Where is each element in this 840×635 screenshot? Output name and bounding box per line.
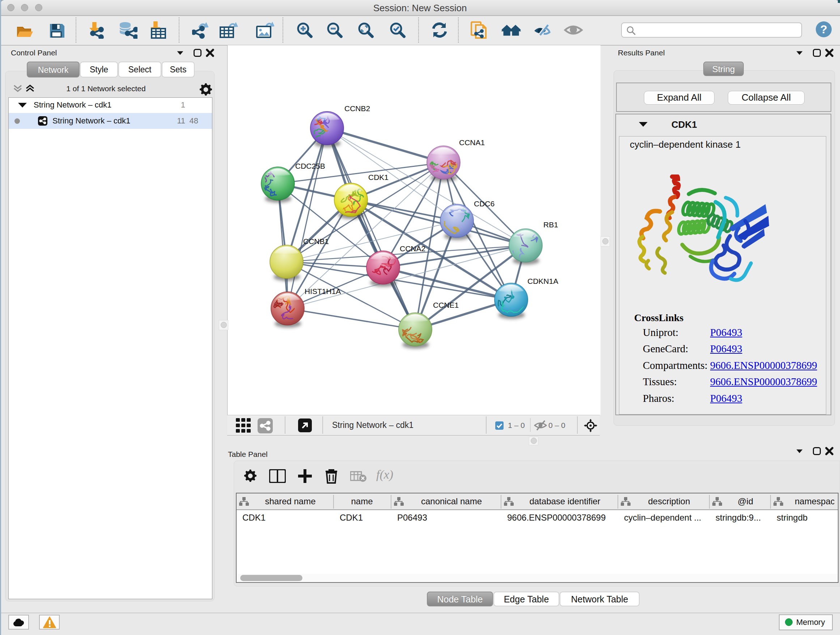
svg-text:CDC6: CDC6: [474, 200, 494, 208]
svg-text:CCNA1: CCNA1: [459, 138, 485, 147]
svg-text:CDKN1A: CDKN1A: [527, 277, 558, 285]
svg-text:CCNE1: CCNE1: [433, 301, 459, 309]
svg-text:CDK1: CDK1: [368, 173, 388, 181]
svg-text:?: ?: [820, 23, 827, 36]
svg-text:RB1: RB1: [543, 220, 558, 229]
svg-text:CCNB1: CCNB1: [303, 237, 329, 245]
svg-text:CDC25B: CDC25B: [295, 162, 325, 170]
svg-text:CCNA2: CCNA2: [400, 244, 425, 253]
svg-text:HIST1H1A: HIST1H1A: [305, 287, 341, 295]
svg-text:CCNB2: CCNB2: [344, 104, 370, 112]
